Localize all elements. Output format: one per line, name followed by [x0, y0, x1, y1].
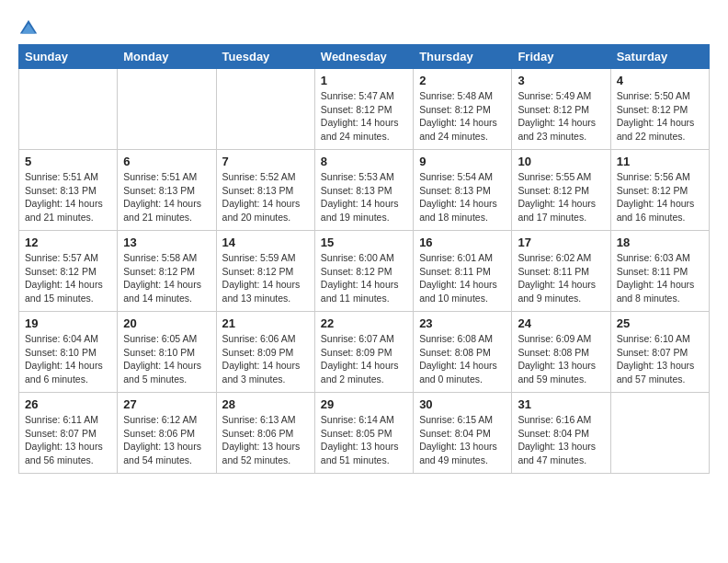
day-number: 15: [321, 236, 407, 249]
day-number: 27: [123, 397, 210, 411]
day-number: 9: [419, 155, 506, 168]
day-info: Sunrise: 5:51 AM Sunset: 8:13 PM Dayligh…: [25, 170, 111, 224]
day-info: Sunrise: 5:50 AM Sunset: 8:12 PM Dayligh…: [617, 89, 703, 144]
calendar-cell: 28Sunrise: 6:13 AM Sunset: 8:06 PM Dayli…: [216, 393, 314, 474]
day-number: 28: [222, 397, 309, 411]
day-info: Sunrise: 5:52 AM Sunset: 8:13 PM Dayligh…: [222, 170, 309, 224]
day-info: Sunrise: 6:01 AM Sunset: 8:11 PM Dayligh…: [419, 251, 506, 305]
calendar-cell: 1Sunrise: 5:47 AM Sunset: 8:12 PM Daylig…: [314, 69, 413, 150]
day-number: 5: [25, 155, 111, 168]
calendar-header-saturday: Saturday: [610, 45, 709, 69]
day-number: 18: [617, 236, 703, 249]
day-info: Sunrise: 6:00 AM Sunset: 8:12 PM Dayligh…: [321, 251, 407, 305]
day-number: 11: [617, 155, 703, 168]
calendar-header-monday: Monday: [118, 45, 216, 69]
day-info: Sunrise: 6:07 AM Sunset: 8:09 PM Dayligh…: [321, 332, 407, 386]
logo-icon: [18, 18, 39, 39]
day-number: 6: [123, 155, 210, 168]
day-number: 20: [123, 316, 210, 330]
day-info: Sunrise: 5:57 AM Sunset: 8:12 PM Dayligh…: [25, 251, 111, 305]
calendar-cell: 5Sunrise: 5:51 AM Sunset: 8:13 PM Daylig…: [19, 150, 118, 231]
calendar-cell: 12Sunrise: 5:57 AM Sunset: 8:12 PM Dayli…: [19, 231, 118, 312]
day-info: Sunrise: 5:59 AM Sunset: 8:12 PM Dayligh…: [222, 251, 309, 305]
calendar-cell: 29Sunrise: 6:14 AM Sunset: 8:05 PM Dayli…: [314, 393, 413, 474]
day-info: Sunrise: 6:15 AM Sunset: 8:04 PM Dayligh…: [419, 413, 506, 467]
calendar-header-sunday: Sunday: [19, 45, 118, 69]
calendar-cell: [610, 393, 709, 474]
calendar-cell: 27Sunrise: 6:12 AM Sunset: 8:06 PM Dayli…: [118, 393, 216, 474]
day-number: 8: [321, 155, 407, 168]
day-number: 7: [222, 155, 309, 168]
calendar-cell: 19Sunrise: 6:04 AM Sunset: 8:10 PM Dayli…: [19, 312, 118, 393]
day-info: Sunrise: 5:54 AM Sunset: 8:13 PM Dayligh…: [419, 170, 506, 224]
day-info: Sunrise: 6:14 AM Sunset: 8:05 PM Dayligh…: [321, 413, 407, 467]
calendar-cell: [216, 69, 314, 150]
header: [18, 18, 710, 39]
page: SundayMondayTuesdayWednesdayThursdayFrid…: [0, 0, 728, 483]
day-number: 29: [321, 397, 407, 411]
calendar-header-tuesday: Tuesday: [216, 45, 314, 69]
day-number: 16: [419, 236, 506, 249]
week-row-2: 5Sunrise: 5:51 AM Sunset: 8:13 PM Daylig…: [19, 150, 710, 231]
day-info: Sunrise: 5:49 AM Sunset: 8:12 PM Dayligh…: [518, 89, 604, 144]
day-number: 13: [123, 236, 210, 249]
day-number: 21: [222, 316, 309, 330]
calendar-cell: [19, 69, 118, 150]
day-info: Sunrise: 6:04 AM Sunset: 8:10 PM Dayligh…: [25, 332, 111, 386]
calendar-header-thursday: Thursday: [414, 45, 512, 69]
calendar-cell: 2Sunrise: 5:48 AM Sunset: 8:12 PM Daylig…: [414, 69, 512, 150]
day-info: Sunrise: 5:47 AM Sunset: 8:12 PM Dayligh…: [321, 89, 407, 144]
day-number: 31: [518, 397, 604, 411]
day-info: Sunrise: 6:06 AM Sunset: 8:09 PM Dayligh…: [222, 332, 309, 386]
day-number: 4: [617, 74, 703, 87]
day-number: 3: [518, 74, 604, 87]
day-number: 26: [25, 397, 111, 411]
calendar-cell: 31Sunrise: 6:16 AM Sunset: 8:04 PM Dayli…: [512, 393, 610, 474]
day-info: Sunrise: 6:05 AM Sunset: 8:10 PM Dayligh…: [123, 332, 210, 386]
calendar-cell: 30Sunrise: 6:15 AM Sunset: 8:04 PM Dayli…: [414, 393, 512, 474]
calendar-cell: 18Sunrise: 6:03 AM Sunset: 8:11 PM Dayli…: [610, 231, 709, 312]
day-info: Sunrise: 6:08 AM Sunset: 8:08 PM Dayligh…: [419, 332, 506, 386]
calendar-header-wednesday: Wednesday: [314, 45, 413, 69]
calendar-cell: 23Sunrise: 6:08 AM Sunset: 8:08 PM Dayli…: [414, 312, 512, 393]
calendar-cell: 11Sunrise: 5:56 AM Sunset: 8:12 PM Dayli…: [610, 150, 709, 231]
calendar-cell: 15Sunrise: 6:00 AM Sunset: 8:12 PM Dayli…: [314, 231, 413, 312]
day-info: Sunrise: 5:58 AM Sunset: 8:12 PM Dayligh…: [123, 251, 210, 305]
calendar-cell: 21Sunrise: 6:06 AM Sunset: 8:09 PM Dayli…: [216, 312, 314, 393]
day-info: Sunrise: 6:02 AM Sunset: 8:11 PM Dayligh…: [518, 251, 604, 305]
day-number: 19: [25, 316, 111, 330]
calendar-cell: 20Sunrise: 6:05 AM Sunset: 8:10 PM Dayli…: [118, 312, 216, 393]
day-info: Sunrise: 6:12 AM Sunset: 8:06 PM Dayligh…: [123, 413, 210, 467]
day-number: 22: [321, 316, 407, 330]
day-number: 1: [321, 74, 407, 87]
day-info: Sunrise: 6:09 AM Sunset: 8:08 PM Dayligh…: [518, 332, 604, 386]
day-info: Sunrise: 6:13 AM Sunset: 8:06 PM Dayligh…: [222, 413, 309, 467]
calendar-cell: 9Sunrise: 5:54 AM Sunset: 8:13 PM Daylig…: [414, 150, 512, 231]
day-number: 23: [419, 316, 506, 330]
day-number: 17: [518, 236, 604, 249]
day-number: 25: [617, 316, 703, 330]
day-info: Sunrise: 6:11 AM Sunset: 8:07 PM Dayligh…: [25, 413, 111, 467]
calendar-header-friday: Friday: [512, 45, 610, 69]
calendar-cell: 13Sunrise: 5:58 AM Sunset: 8:12 PM Dayli…: [118, 231, 216, 312]
day-number: 2: [419, 74, 506, 87]
calendar-cell: 7Sunrise: 5:52 AM Sunset: 8:13 PM Daylig…: [216, 150, 314, 231]
day-info: Sunrise: 5:48 AM Sunset: 8:12 PM Dayligh…: [419, 89, 506, 144]
week-row-4: 19Sunrise: 6:04 AM Sunset: 8:10 PM Dayli…: [19, 312, 710, 393]
calendar-cell: 26Sunrise: 6:11 AM Sunset: 8:07 PM Dayli…: [19, 393, 118, 474]
day-info: Sunrise: 6:10 AM Sunset: 8:07 PM Dayligh…: [617, 332, 703, 386]
day-info: Sunrise: 5:56 AM Sunset: 8:12 PM Dayligh…: [617, 170, 703, 224]
calendar-header-row: SundayMondayTuesdayWednesdayThursdayFrid…: [19, 45, 710, 69]
calendar-cell: [118, 69, 216, 150]
calendar-cell: 14Sunrise: 5:59 AM Sunset: 8:12 PM Dayli…: [216, 231, 314, 312]
week-row-3: 12Sunrise: 5:57 AM Sunset: 8:12 PM Dayli…: [19, 231, 710, 312]
day-number: 24: [518, 316, 604, 330]
calendar-cell: 25Sunrise: 6:10 AM Sunset: 8:07 PM Dayli…: [610, 312, 709, 393]
calendar-cell: 6Sunrise: 5:51 AM Sunset: 8:13 PM Daylig…: [118, 150, 216, 231]
day-info: Sunrise: 5:53 AM Sunset: 8:13 PM Dayligh…: [321, 170, 407, 224]
calendar-cell: 4Sunrise: 5:50 AM Sunset: 8:12 PM Daylig…: [610, 69, 709, 150]
week-row-1: 1Sunrise: 5:47 AM Sunset: 8:12 PM Daylig…: [19, 69, 710, 150]
day-info: Sunrise: 5:51 AM Sunset: 8:13 PM Dayligh…: [123, 170, 210, 224]
day-number: 14: [222, 236, 309, 249]
calendar-table: SundayMondayTuesdayWednesdayThursdayFrid…: [18, 44, 710, 474]
